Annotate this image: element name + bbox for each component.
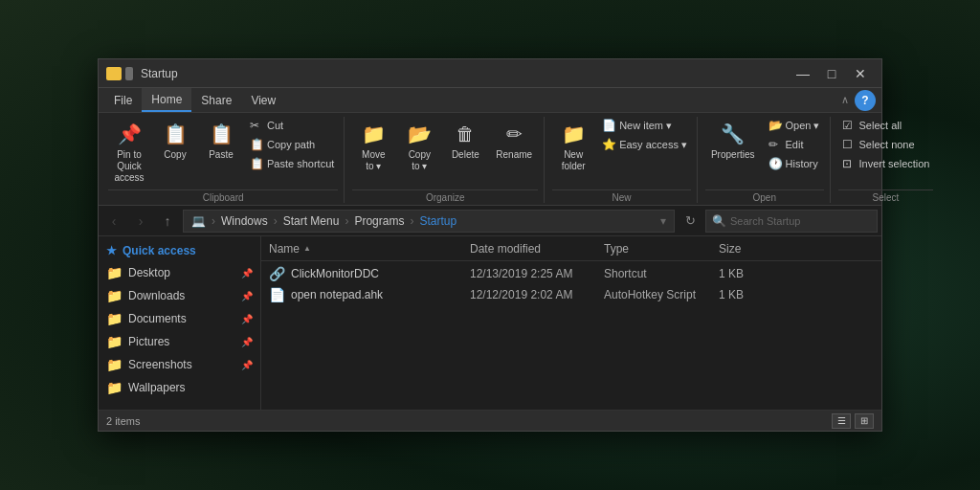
menu-help-area: ∧ ? [841,90,876,111]
open-button[interactable]: 📂 Open ▾ [765,117,824,134]
ribbon-group-new: 📁 Newfolder 📄 New item ▾ ⭐ Easy access ▾ [546,117,698,203]
new-label: New [552,189,691,203]
address-dropdown-icon[interactable]: ▾ [660,214,666,228]
menu-file[interactable]: File [104,88,142,112]
column-headers: Name ▲ Date modified Type Size [261,236,881,261]
shortcut-icon: 🔗 [269,266,285,281]
move-to-button[interactable]: 📁 Moveto ▾ [352,117,394,176]
new-folder-button[interactable]: 📁 Newfolder [552,117,594,176]
select-all-button[interactable]: ☑ Select all [838,117,934,134]
path-windows: Windows [221,214,268,228]
minimize-button[interactable]: — [790,63,816,84]
sidebar-item-pictures[interactable]: 📁 Pictures 📌 [99,330,260,353]
wallpapers-folder-icon: 📁 [106,380,122,395]
select-none-button[interactable]: ☐ Select none [838,136,934,153]
organize-label: Organize [352,189,538,203]
search-bar[interactable]: 🔍 Search Startup [705,210,878,233]
sidebar-item-documents[interactable]: 📁 Documents 📌 [99,307,260,330]
copy-to-button[interactable]: 📂 Copyto ▾ [398,117,440,176]
select-none-icon: ☐ [842,138,856,151]
title-icon-2 [125,67,133,80]
sidebar-item-downloads[interactable]: 📁 Downloads 📌 [99,284,260,307]
main-content: ★ Quick access 📁 Desktop 📌 📁 Downloads 📌… [99,236,881,410]
select-label: Select [838,189,934,203]
edit-button[interactable]: ✏ Edit [765,136,824,153]
sidebar: ★ Quick access 📁 Desktop 📌 📁 Downloads 📌… [99,236,261,410]
paste-shortcut-label: Paste shortcut [267,158,334,169]
title-bar: Startup — □ ✕ [99,59,881,88]
paste-icon: 📋 [208,121,234,147]
easy-access-button[interactable]: ⭐ Easy access ▾ [598,136,691,153]
invert-icon: ⊡ [842,157,856,170]
new-folder-label: Newfolder [562,149,586,172]
rename-button[interactable]: ✏ Rename [490,117,538,164]
computer-icon: 💻 [191,214,206,228]
new-item-button[interactable]: 📄 New item ▾ [598,117,691,134]
ribbon-group-clipboard: 📌 Pin to Quickaccess 📋 Copy 📋 Paste ✂ [102,117,345,203]
menu-bar: File Home Share View ∧ ? [99,88,881,113]
paste-shortcut-button[interactable]: 📋 Paste shortcut [246,155,338,172]
paste-shortcut-icon: 📋 [250,157,263,170]
ribbon-group-organize: 📁 Moveto ▾ 📂 Copyto ▾ 🗑 Delete ✏ Rename [346,117,545,203]
new-item-label: New item ▾ [619,120,672,132]
file-list: 🔗 ClickMonitorDDC 12/13/2019 2:25 AM Sho… [261,261,881,410]
move-to-label: Moveto ▾ [362,149,385,172]
desktop-pin-icon: 📌 [241,268,253,278]
clipboard-items: 📌 Pin to Quickaccess 📋 Copy 📋 Paste ✂ [108,117,338,188]
refresh-button[interactable]: ↻ [679,210,702,233]
sidebar-item-wallpapers[interactable]: 📁 Wallpapers [99,376,260,399]
help-button[interactable]: ? [855,90,876,111]
invert-selection-button[interactable]: ⊡ Invert selection [838,155,934,172]
back-button[interactable]: ‹ [102,210,125,233]
downloads-label: Downloads [128,289,185,302]
up-button[interactable]: ↑ [156,210,179,233]
sidebar-item-desktop[interactable]: 📁 Desktop 📌 [99,261,260,284]
select-all-label: Select all [859,120,902,131]
open-label: Open [705,189,824,203]
move-icon: 📁 [360,121,387,147]
file-date-notepad: 12/12/2019 2:02 AM [470,288,604,301]
copy-button[interactable]: 📋 Copy [154,117,196,164]
col-type-header[interactable]: Type [604,242,719,256]
window-title: Startup [141,67,790,80]
cut-label: Cut [267,120,283,131]
screenshots-pin-icon: 📌 [241,360,253,370]
table-row[interactable]: 🔗 ClickMonitorDDC 12/13/2019 2:25 AM Sho… [269,263,874,284]
new-folder-icon: 📁 [560,121,587,147]
expand-ribbon-icon[interactable]: ∧ [841,94,849,106]
open-icon: 📂 [768,119,782,132]
select-items: ☑ Select all ☐ Select none ⊡ Invert sele… [838,117,934,188]
col-size-header[interactable]: Size [719,242,786,256]
quick-access-label: Quick access [122,244,196,257]
delete-button[interactable]: 🗑 Delete [444,117,486,164]
cut-button[interactable]: ✂ Cut [246,117,338,134]
delete-icon: 🗑 [452,121,479,147]
file-name-label: ClickMonitorDDC [291,267,379,280]
file-name-label: open notepad.ahk [291,288,383,301]
details-view-button[interactable]: ☰ [832,413,851,429]
large-icons-view-button[interactable]: ⊞ [855,413,874,429]
history-button[interactable]: 🕐 History [765,155,824,172]
menu-home[interactable]: Home [142,88,191,112]
col-date-header[interactable]: Date modified [470,242,604,256]
copy-path-button[interactable]: 📋 Copy path [246,136,338,153]
quick-access-header[interactable]: ★ Quick access [99,240,260,261]
copy-icon: 📋 [162,121,189,147]
title-icons [106,67,133,80]
col-name-header[interactable]: Name ▲ [269,242,470,256]
table-row[interactable]: 📄 open notepad.ahk 12/12/2019 2:02 AM Au… [269,284,874,305]
paste-button[interactable]: 📋 Paste [200,117,242,164]
menu-view[interactable]: View [241,88,285,112]
close-button[interactable]: ✕ [847,63,874,84]
address-bar[interactable]: 💻 › Windows › Start Menu › Programs › St… [183,210,675,233]
ribbon: 📌 Pin to Quickaccess 📋 Copy 📋 Paste ✂ [99,113,881,206]
maximize-button[interactable]: □ [818,63,845,84]
properties-button[interactable]: 🔧 Properties [705,117,761,164]
view-buttons: ☰ ⊞ [832,413,874,429]
history-icon: 🕐 [768,157,782,170]
sidebar-item-screenshots[interactable]: 📁 Screenshots 📌 [99,353,260,376]
new-items: 📁 Newfolder 📄 New item ▾ ⭐ Easy access ▾ [552,117,691,188]
pin-to-quick-access-button[interactable]: 📌 Pin to Quickaccess [108,117,150,188]
menu-share[interactable]: Share [191,88,241,112]
forward-button[interactable]: › [129,210,152,233]
